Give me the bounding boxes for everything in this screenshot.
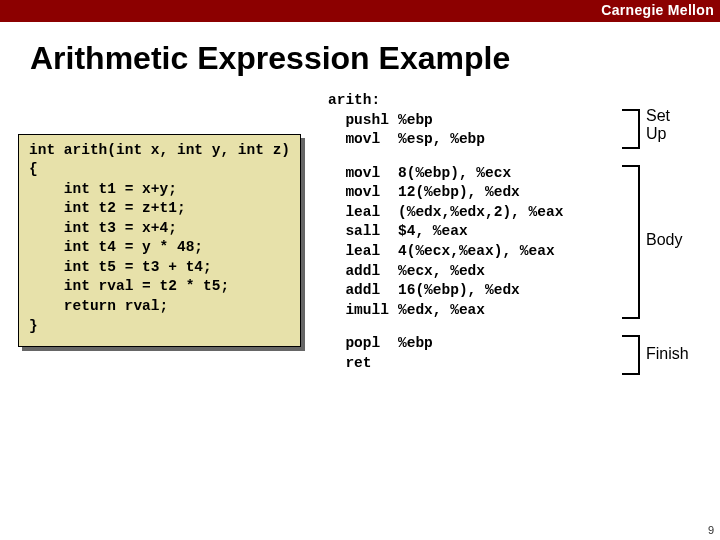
content-stage: int arith(int x, int y, int z) { int t1 … (18, 91, 718, 521)
bracket-finish (628, 335, 640, 375)
asm-line: movl8(%ebp), %ecx (328, 164, 563, 184)
slide-title: Arithmetic Expression Example (30, 40, 720, 77)
page-number: 9 (708, 524, 714, 536)
asm-line: popl%ebp (328, 334, 563, 354)
brand-text: Carnegie Mellon (601, 2, 714, 18)
asm-line: movl12(%ebp), %edx (328, 183, 563, 203)
asm-line: addl%ecx, %edx (328, 262, 563, 282)
label-finish: Finish (646, 345, 689, 363)
asm-line: leal4(%ecx,%eax), %eax (328, 242, 563, 262)
asm-line: leal(%edx,%edx,2), %eax (328, 203, 563, 223)
assembly-listing: arith: pushl%ebp movl%esp, %ebp movl8(%e… (328, 91, 563, 373)
top-bar: Carnegie Mellon (0, 0, 720, 22)
bracket-body (628, 165, 640, 319)
asm-line: movl%esp, %ebp (328, 130, 563, 150)
asm-line: imull%edx, %eax (328, 301, 563, 321)
bracket-setup (628, 109, 640, 149)
asm-line: ret (328, 354, 563, 374)
label-setup: Set Up (646, 107, 670, 143)
asm-line: pushl%ebp (328, 111, 563, 131)
c-code-box: int arith(int x, int y, int z) { int t1 … (18, 134, 301, 348)
asm-line: arith: (328, 91, 563, 111)
asm-line: sall$4, %eax (328, 222, 563, 242)
label-body: Body (646, 231, 682, 249)
asm-line: addl16(%ebp), %edx (328, 281, 563, 301)
